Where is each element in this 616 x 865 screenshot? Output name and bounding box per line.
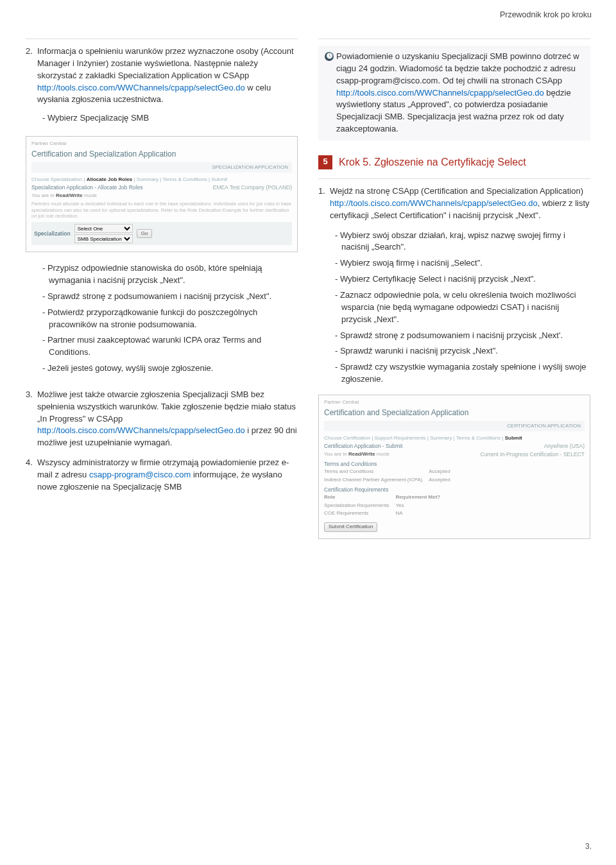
shot1-tabbar: SPECIALIZATION APPLICATION xyxy=(31,162,292,173)
step-3-text-a: Możliwe jest także otwarcie zgłoszenia S… xyxy=(37,390,296,424)
screenshot-certification-app: Partner Central Certification and Specia… xyxy=(318,395,590,539)
divider xyxy=(318,178,590,179)
screenshot-specialization-app: Partner Central Certification and Specia… xyxy=(26,136,298,252)
shot2-tc-header: Terms and Conditions xyxy=(324,461,585,468)
step-2: 2. Informacja o spełnieniu warunków prze… xyxy=(26,46,298,128)
right-bullet-6: Sprawdź warunki i naciśnij przycisk „Nex… xyxy=(330,345,590,357)
right-bullet-7: Sprawdź czy wszystkie wymagania zostały … xyxy=(330,361,590,386)
shot1-go-button[interactable]: Go xyxy=(137,229,153,238)
step-3-number: 3. xyxy=(26,389,37,449)
csapp-link-note[interactable]: http://tools.cisco.com/WWChannels/cpapp/… xyxy=(336,88,544,98)
step-3: 3. Możliwe jest także otwarcie zgłoszeni… xyxy=(26,389,298,449)
clock-icon: 🕓 xyxy=(325,52,334,61)
shot2-breadcrumb: Choose Certification | Support Requireme… xyxy=(324,435,585,441)
shot2-partner-central: Partner Central xyxy=(324,399,585,406)
csapp-link-3[interactable]: http://tools.cisco.com/WWChannels/cpapp/… xyxy=(330,198,538,208)
left-bullet-4: Partner musi zaakceptować warunki ICPA o… xyxy=(37,334,298,359)
step-2-sub: Wybierz Specjalizację SMB xyxy=(37,112,298,124)
divider xyxy=(26,39,298,39)
note-a: Powiadomienie o uzyskaniu Specjalizacji … xyxy=(336,51,579,85)
step-4-number: 4. xyxy=(26,457,37,493)
shot1-spec-select-2[interactable]: SMB Specialization xyxy=(74,234,133,243)
shot1-title: Certification and Specialization Applica… xyxy=(31,150,292,160)
shot1-mode: You are in Read/Write mode xyxy=(31,193,292,199)
shot2-mode: You are in Read/Write mode xyxy=(324,451,389,458)
shot1-subtitle: Specialization Application - Allocate Jo… xyxy=(31,184,142,191)
csapp-link-2[interactable]: http://tools.cisco.com/WWChannels/cpapp/… xyxy=(37,425,245,435)
shot2-tc-table: Terms and ConditionsAccepted Indirect Ch… xyxy=(324,468,457,484)
step-5-label: Krok 5. Zgłoszenie na Certyfikację Selec… xyxy=(339,155,526,169)
shot2-status: Current In-Progress Certification - SELE… xyxy=(481,451,585,458)
shot1-blurb: Partners must allocate a dedicated indiv… xyxy=(31,201,292,219)
shot1-breadcrumb: Choose Specialization | Allocate Job Rol… xyxy=(31,176,292,183)
shot2-cr-table: RoleRequirement Met? Specialization Requ… xyxy=(324,493,447,517)
step-4: 4. Wszyscy administratorzy w firmie otrz… xyxy=(26,457,298,493)
left-bullet-2: Sprawdź stronę z podsumowaniem i naciśni… xyxy=(37,291,298,303)
right-bullet-5: Sprawdź stronę z podsumowaniem i naciśni… xyxy=(330,330,590,342)
page-header-breadcrumb: Przewodnik krok po kroku xyxy=(500,9,592,21)
clock-note: 🕓 Powiadomienie o uzyskaniu Specjalizacj… xyxy=(318,46,590,141)
right-step-1: 1. Wejdź na stronę CSApp (Certification … xyxy=(318,185,590,222)
step-2-text-a: Informacja o spełnieniu warunków przez w… xyxy=(37,46,294,80)
shot1-partner-central: Partner Central xyxy=(31,141,292,147)
page-number: 3. xyxy=(585,841,592,852)
step-5-box: 5 xyxy=(318,155,332,169)
shot1-tab-active: SPECIALIZATION APPLICATION xyxy=(212,164,288,171)
shot2-subtitle: Certification Application - Submit xyxy=(324,443,402,450)
csapp-link-1[interactable]: http://tools.cisco.com/WWChannels/cpapp/… xyxy=(37,83,245,92)
shot2-cr-header: Certification Requirements xyxy=(324,486,585,493)
shot1-company: EMEA Test Company (POLAND) xyxy=(213,184,292,191)
divider xyxy=(318,39,590,39)
shot2-submit-button[interactable]: Submit Certification xyxy=(324,522,377,531)
left-column: 2. Informacja o spełnieniu warunków prze… xyxy=(26,39,298,549)
shot1-spec-label: Specialization xyxy=(34,230,71,237)
shot2-company: Anywhere (USA) xyxy=(544,443,585,450)
left-bullet-3: Potwierdź przyporządkowanie funkcji do p… xyxy=(37,307,298,331)
right-bullet-3: Wybierz Certyfikację Select i naciśnij p… xyxy=(330,273,590,286)
right-step-1-number: 1. xyxy=(318,185,330,222)
step-2-number: 2. xyxy=(26,46,37,128)
right-bullet-4: Zaznacz odpowiednie pola, w celu określe… xyxy=(330,289,590,326)
right-bullet-2: Wybierz swoją firmę i naciśnij „Select". xyxy=(330,257,590,270)
csapp-email[interactable]: csapp-program@cisco.com xyxy=(89,470,191,479)
shot2-title: Certification and Specialization Applica… xyxy=(324,408,585,418)
left-bullet-5: Jeżeli jesteś gotowy, wyślij swoje zgłos… xyxy=(37,363,298,375)
shot1-spec-select[interactable]: Select One xyxy=(74,224,133,233)
left-bullet-1: Przypisz odpowiednie stanowiska do osób,… xyxy=(37,262,298,287)
right-column: 🕓 Powiadomienie o uzyskaniu Specjalizacj… xyxy=(318,39,590,549)
step-5-header: 5 Krok 5. Zgłoszenie na Certyfikację Sel… xyxy=(318,155,590,169)
right-bullet-1: Wybierz swój obszar działań, kraj, wpisz… xyxy=(330,230,590,254)
shot2-tab-active: CERTIFICATION APPLICATION xyxy=(507,423,581,429)
shot2-tabbar: CERTIFICATION APPLICATION xyxy=(324,421,585,431)
r1-text-a: Wejdź na stronę CSApp (Certification and… xyxy=(330,186,583,196)
